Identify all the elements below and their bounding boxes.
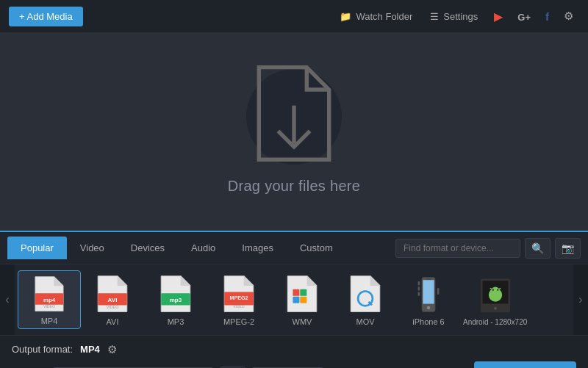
svg-rect-25 bbox=[437, 288, 440, 295]
svg-text:VIDEO: VIDEO bbox=[43, 304, 55, 309]
mp3-label: MP3 bbox=[168, 317, 184, 326]
android-label: Android - 1280x720 bbox=[463, 318, 527, 326]
svg-rect-24 bbox=[418, 286, 420, 290]
tab-images[interactable]: Images bbox=[229, 237, 287, 259]
svg-rect-12 bbox=[293, 289, 299, 296]
drop-area[interactable]: Drag your files here bbox=[0, 32, 588, 231]
facebook-icon: f bbox=[545, 10, 549, 23]
iphone6-label: iPhone 6 bbox=[412, 317, 444, 326]
format-section: Popular Video Devices Audio Images Custo… bbox=[0, 231, 588, 335]
add-media-label: + Add Media bbox=[19, 11, 73, 22]
svg-point-35 bbox=[494, 307, 497, 310]
svg-text:VIDEO: VIDEO bbox=[233, 305, 245, 309]
googleplus-icon: G+ bbox=[517, 12, 531, 23]
mp4-icon: mp4 VIDEO bbox=[30, 275, 68, 314]
tab-custom[interactable]: Custom bbox=[287, 237, 346, 259]
output-row: Output format: MP4 ⚙ bbox=[12, 343, 576, 356]
gear-icon: ⚙ bbox=[564, 10, 573, 22]
watch-folder-label: Watch Folder bbox=[356, 11, 412, 22]
android-icon bbox=[476, 275, 514, 315]
svg-rect-21 bbox=[426, 278, 431, 279]
tab-devices[interactable]: Devices bbox=[118, 237, 178, 259]
iphone6-icon bbox=[409, 275, 448, 314]
format-list-wrapper: ‹ mp4 VIDEO MP4 AVI bbox=[0, 264, 588, 335]
svg-rect-23 bbox=[418, 292, 420, 295]
output-gear-icon: ⚙ bbox=[107, 343, 117, 356]
search-button[interactable]: 🔍 bbox=[525, 238, 551, 259]
mov-icon bbox=[346, 275, 384, 314]
nav-arrow-right[interactable]: › bbox=[573, 264, 588, 335]
format-item-avi[interactable]: AVI VIDEO AVI bbox=[81, 270, 144, 329]
settings-button[interactable]: ☰ Settings bbox=[423, 7, 485, 26]
format-item-iphone6[interactable]: iPhone 6 bbox=[397, 270, 460, 329]
gear-button[interactable]: ⚙ bbox=[558, 6, 579, 26]
format-item-mpeg2[interactable]: MPEG2 VIDEO MPEG-2 bbox=[207, 270, 270, 329]
wmv-label: WMV bbox=[293, 317, 312, 326]
mpeg2-label: MPEG-2 bbox=[223, 317, 254, 326]
camera-icon: 📷 bbox=[562, 242, 574, 254]
output-format-value: MP4 bbox=[80, 344, 100, 355]
format-list: mp4 VIDEO MP4 AVI VIDEO AVI bbox=[15, 264, 573, 335]
youtube-button[interactable]: ▶ bbox=[488, 6, 509, 27]
svg-text:MPEG2: MPEG2 bbox=[229, 295, 248, 301]
nav-arrow-left[interactable]: ‹ bbox=[0, 264, 15, 335]
svg-point-20 bbox=[427, 306, 431, 310]
drop-file-icon bbox=[246, 61, 342, 173]
search-icon: 🔍 bbox=[531, 242, 544, 254]
drop-circle bbox=[246, 69, 342, 165]
avi-label: AVI bbox=[107, 317, 119, 326]
googleplus-button[interactable]: G+ bbox=[512, 7, 537, 26]
tab-video[interactable]: Video bbox=[67, 237, 118, 259]
tab-popular[interactable]: Popular bbox=[7, 237, 67, 259]
format-item-wmv[interactable]: WMV bbox=[270, 270, 334, 329]
facebook-button[interactable]: f bbox=[539, 7, 555, 26]
tabs-search: 🔍 📷 bbox=[395, 238, 581, 259]
svg-rect-14 bbox=[293, 297, 299, 303]
output-settings-button[interactable]: ⚙ bbox=[107, 343, 117, 356]
format-item-android[interactable]: Android - 1280x720 bbox=[460, 270, 530, 329]
topbar-left: + Add Media bbox=[9, 7, 83, 26]
format-item-mov[interactable]: MOV bbox=[334, 270, 397, 329]
convert-button[interactable]: ⟳ Convert bbox=[474, 361, 576, 368]
svg-rect-19 bbox=[423, 280, 434, 303]
bottom-bar: Output format: MP4 ⚙ Save to: Save conve… bbox=[0, 335, 588, 368]
svg-rect-15 bbox=[300, 297, 306, 303]
tabs-bar: Popular Video Devices Audio Images Custo… bbox=[0, 232, 588, 264]
format-item-mp4[interactable]: mp4 VIDEO MP4 bbox=[18, 270, 81, 329]
drop-text: Drag your files here bbox=[228, 178, 361, 195]
topbar: + Add Media 📁 Watch Folder ☰ Settings ▶ … bbox=[0, 0, 588, 32]
wmv-icon bbox=[283, 275, 321, 314]
svg-text:VIDEO: VIDEO bbox=[107, 305, 119, 309]
svg-rect-22 bbox=[418, 281, 420, 285]
svg-text:mp3: mp3 bbox=[170, 297, 182, 303]
svg-rect-30 bbox=[491, 291, 499, 296]
save-row: Save to: Save converted files next to th… bbox=[12, 361, 576, 368]
add-media-button[interactable]: + Add Media bbox=[9, 7, 83, 26]
watch-folder-icon: 📁 bbox=[340, 11, 351, 22]
settings-label: Settings bbox=[443, 11, 478, 22]
youtube-icon: ▶ bbox=[494, 10, 503, 23]
settings-icon: ☰ bbox=[430, 11, 439, 22]
tab-audio[interactable]: Audio bbox=[178, 237, 229, 259]
format-item-mp3[interactable]: mp3 MP3 bbox=[144, 270, 207, 329]
output-format-label: Output format: bbox=[12, 344, 73, 355]
topbar-right: 📁 Watch Folder ☰ Settings ▶ G+ f ⚙ bbox=[332, 6, 579, 27]
mpeg2-icon: MPEG2 VIDEO bbox=[220, 275, 258, 314]
mp3-icon: mp3 bbox=[157, 275, 195, 314]
avi-icon: AVI VIDEO bbox=[93, 275, 132, 314]
format-search-input[interactable] bbox=[395, 239, 520, 258]
mp4-label: MP4 bbox=[41, 317, 58, 325]
camera-search-button[interactable]: 📷 bbox=[555, 238, 581, 259]
svg-text:AVI: AVI bbox=[108, 297, 118, 303]
mov-label: MOV bbox=[356, 317, 374, 326]
svg-rect-13 bbox=[300, 289, 306, 296]
watch-folder-button[interactable]: 📁 Watch Folder bbox=[332, 7, 420, 26]
svg-text:mp4: mp4 bbox=[43, 297, 56, 303]
